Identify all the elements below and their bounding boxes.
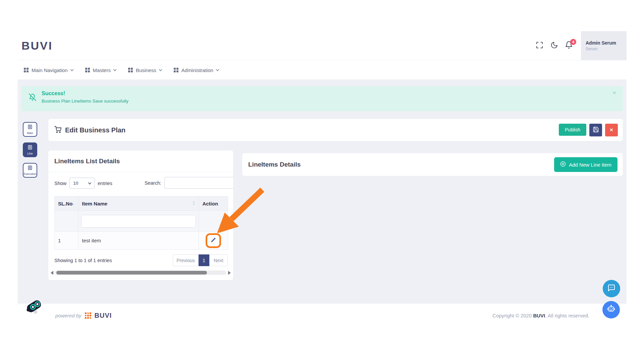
- lineitems-table: SL.No Item Name: [54, 196, 228, 250]
- alert-title: Success!: [42, 90, 616, 97]
- list-card-title: LineItems List Details: [54, 158, 120, 165]
- publish-button[interactable]: Publish: [559, 124, 586, 136]
- cart-icon: [54, 126, 61, 134]
- page-title: Edit Business Plan: [65, 126, 125, 134]
- show-label: Show: [54, 181, 66, 186]
- chevron-down-icon: [159, 68, 162, 71]
- document-icon: [28, 165, 33, 172]
- filter-row: [55, 211, 228, 232]
- scrollbar-thumb[interactable]: [56, 271, 207, 275]
- nav-item-main-navigation[interactable]: Main Navigation: [24, 67, 73, 73]
- lineitems-details-card: LineItems Details Add New Line Item: [242, 153, 623, 176]
- footer: powered by BUVI Copyright © 2020 BUVI. A…: [18, 304, 627, 327]
- chat-bubble-icon: [607, 284, 615, 293]
- horizontal-scrollbar: [51, 270, 231, 276]
- search-input[interactable]: [164, 177, 233, 189]
- powered-by-label: powered by: [55, 313, 82, 318]
- dark-mode-button[interactable]: [547, 38, 561, 53]
- notifications-button[interactable]: 4: [561, 38, 576, 53]
- chevron-down-icon: [216, 68, 219, 71]
- item-name-filter-input[interactable]: [81, 215, 196, 228]
- scroll-left-arrow-icon[interactable]: [51, 271, 53, 275]
- entries-label: entries: [98, 181, 112, 186]
- tab-main[interactable]: Main: [23, 122, 37, 137]
- table-row: 1 test item: [55, 232, 228, 250]
- sort-icon: [193, 201, 195, 206]
- previous-page-button[interactable]: Previous: [173, 254, 199, 266]
- save-icon: [593, 126, 599, 134]
- column-header-item-name[interactable]: Item Name: [78, 196, 199, 211]
- footer-brand-logo: BUVI: [95, 312, 112, 319]
- chatbot-button[interactable]: [602, 301, 620, 318]
- robot-icon: [607, 305, 615, 315]
- user-role: Serum: [586, 47, 627, 51]
- user-menu[interactable]: Admin Serum Serum: [581, 31, 627, 60]
- sort-icon: [72, 201, 75, 206]
- grid-menu-icon: [85, 68, 90, 72]
- alert-close-icon[interactable]: ×: [612, 89, 616, 96]
- edit-business-plan-card: Edit Business Plan Publish ×: [48, 119, 623, 141]
- section-tabs: Main Line Execution: [23, 122, 37, 183]
- fullscreen-button[interactable]: [532, 38, 547, 53]
- close-icon: ×: [610, 127, 613, 133]
- tab-execution[interactable]: Execution: [23, 163, 37, 178]
- notification-badge: 4: [570, 39, 576, 45]
- main-navbar: Main Navigation Masters Business Adminis…: [18, 61, 627, 79]
- cell-slno: 1: [55, 232, 78, 250]
- grid-menu-icon: [128, 68, 133, 72]
- nav-item-administration[interactable]: Administration: [174, 67, 219, 73]
- lineitems-list-card: LineItems List Details Show 10 entries: [48, 150, 233, 280]
- nav-item-business[interactable]: Business: [128, 67, 162, 73]
- page: BUVI: [0, 0, 644, 362]
- column-header-slno[interactable]: SL.No: [55, 196, 78, 211]
- alert-message: Business Plan LineItems Save successfull…: [42, 99, 616, 104]
- entries-summary: Showing 1 to 1 of 1 entries: [54, 258, 112, 263]
- buvi-grid-logo-icon: [85, 312, 91, 319]
- chat-button[interactable]: [603, 280, 620, 297]
- scroll-right-arrow-icon[interactable]: [228, 271, 231, 275]
- user-name: Admin Serum: [586, 40, 627, 46]
- powered-by: powered by BUVI: [55, 312, 112, 319]
- content-area: Success! Business Plan LineItems Save su…: [18, 79, 627, 304]
- brand-logo[interactable]: BUVI: [18, 39, 53, 52]
- success-alert: Success! Business Plan LineItems Save su…: [21, 86, 623, 111]
- chevron-down-icon: [70, 68, 73, 71]
- next-page-button[interactable]: Next: [209, 254, 228, 266]
- add-new-line-item-button[interactable]: Add New Line Item: [554, 157, 618, 172]
- grid-menu-icon: [24, 68, 29, 72]
- chevron-down-icon: [88, 181, 92, 185]
- nav-item-masters[interactable]: Masters: [85, 67, 116, 73]
- edit-row-button[interactable]: [206, 233, 221, 248]
- column-header-action[interactable]: Action: [199, 196, 228, 211]
- details-card-title: LineItems Details: [248, 161, 301, 168]
- chevron-down-icon: [113, 68, 116, 71]
- search-label: Search:: [145, 180, 161, 186]
- plus-circle-icon: [560, 161, 566, 168]
- save-button[interactable]: [589, 124, 602, 136]
- moon-icon: [550, 41, 558, 50]
- scrollbar-track[interactable]: [55, 270, 226, 275]
- document-icon: [28, 144, 33, 152]
- pagination: Previous 1 Next: [173, 254, 228, 266]
- fullscreen-icon: [536, 41, 543, 50]
- page-size-select[interactable]: 10: [69, 178, 95, 189]
- current-page-button[interactable]: 1: [199, 254, 209, 266]
- cancel-button[interactable]: ×: [605, 124, 618, 136]
- document-icon: [28, 124, 33, 131]
- tab-line[interactable]: Line: [23, 142, 37, 157]
- grid-menu-icon: [174, 68, 178, 72]
- pencil-icon: [211, 237, 216, 244]
- notification-off-icon: [29, 94, 36, 102]
- copyright-text: Copyright © 2020 BUVI. All rights reserv…: [492, 313, 589, 318]
- cell-item-name: test item: [78, 232, 199, 250]
- top-bar: BUVI: [18, 0, 627, 60]
